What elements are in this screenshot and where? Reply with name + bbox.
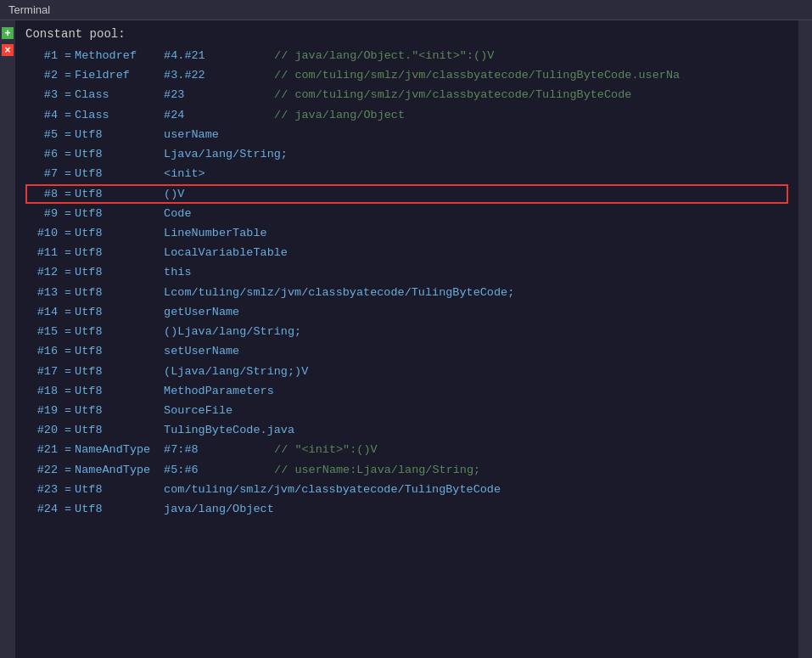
ref-value: #23 [164,85,274,104]
eq-sign: = [64,302,71,322]
line-number: #17 [25,362,61,381]
line-number: #21 [25,440,61,459]
eq-sign: = [64,480,71,499]
type-name: Utf8 [75,262,164,282]
eq-sign: = [64,420,71,440]
ref-value: com/tuling/smlz/jvm/classbyatecode/Tulin… [164,480,501,499]
line-comment: // java/lang/Object."<init>":()V [274,46,494,65]
line-comment: // java/lang/Object [274,105,405,125]
line-number: #18 [25,381,61,401]
line-comment: // com/tuling/smlz/jvm/classbyatecode/Tu… [274,65,680,85]
type-name: Utf8 [75,302,164,322]
line-number: #19 [25,401,61,420]
line-comment: // com/tuling/smlz/jvm/classbyatecode/Tu… [274,85,631,104]
ref-value: #4.#21 [164,46,274,65]
type-name: Utf8 [75,223,164,243]
ref-value: #5:#6 [164,460,274,480]
table-row: #2 = Fieldref#3.#22 // com/tuling/smlz/j… [25,65,788,85]
table-row: #3 = Class#23 // com/tuling/smlz/jvm/cla… [25,85,788,104]
eq-sign: = [64,283,71,302]
code-lines-container: #1 = Methodref#4.#21 // java/lang/Object… [25,46,788,519]
table-row: #10 = Utf8LineNumberTable [25,223,788,243]
eq-sign: = [64,499,71,519]
eq-sign: = [64,362,71,381]
ref-value: SourceFile [164,401,274,420]
line-number: #20 [25,420,61,440]
eq-sign: = [64,125,71,144]
type-name: NameAndType [75,440,164,459]
table-row: #6 = Utf8Ljava/lang/String; [25,144,788,164]
terminal-titlebar: Terminal [0,0,812,20]
ref-value: #7:#8 [164,440,274,459]
ref-value: (Ljava/lang/String;)V [164,362,308,381]
type-name: Utf8 [75,184,164,204]
type-name: Utf8 [75,362,164,381]
table-row: #15 = Utf8()Ljava/lang/String; [25,322,788,341]
type-name: NameAndType [75,460,164,480]
line-number: #8 [25,184,61,204]
line-number: #7 [25,164,61,183]
eq-sign: = [64,460,71,480]
line-number: #5 [25,125,61,144]
eq-sign: = [64,85,71,104]
eq-sign: = [64,243,71,262]
line-number: #13 [25,283,61,302]
eq-sign: = [64,440,71,459]
line-number: #3 [25,85,61,104]
section-header: Constant pool: [25,27,788,41]
ref-value: TulingByteCode.java [164,420,294,440]
table-row: #19 = Utf8SourceFile [25,401,788,420]
ref-value: #24 [164,105,274,125]
line-number: #9 [25,204,61,223]
content-area[interactable]: Constant pool: #1 = Methodref#4.#21 // j… [15,20,798,658]
line-number: #23 [25,480,61,499]
ref-value: MethodParameters [164,381,274,401]
table-row: #12 = Utf8this [25,262,788,282]
table-row: #1 = Methodref#4.#21 // java/lang/Object… [25,46,788,65]
line-number: #12 [25,262,61,282]
table-row: #16 = Utf8setUserName [25,341,788,361]
eq-sign: = [64,401,71,420]
eq-sign: = [64,144,71,164]
table-row: #23 = Utf8com/tuling/smlz/jvm/classbyate… [25,480,788,499]
eq-sign: = [64,381,71,401]
left-sidebar: + × [0,20,15,658]
type-name: Fieldref [75,65,164,85]
type-name: Utf8 [75,283,164,302]
add-button[interactable]: + [2,27,14,39]
eq-sign: = [64,262,71,282]
table-row: #22 = NameAndType#5:#6 // userName:Ljava… [25,460,788,480]
type-name: Utf8 [75,480,164,499]
close-button[interactable]: × [2,44,14,56]
type-name: Methodref [75,46,164,65]
eq-sign: = [64,184,71,204]
table-row: #14 = Utf8getUserName [25,302,788,322]
ref-value: Code [164,204,274,223]
table-row: #4 = Class#24 // java/lang/Object [25,105,788,125]
table-row: #21 = NameAndType#7:#8 // "<init>":()V [25,440,788,459]
table-row: #24 = Utf8java/lang/Object [25,499,788,519]
table-row: #8 = Utf8()V [25,184,788,204]
type-name: Utf8 [75,243,164,262]
ref-value: ()Ljava/lang/String; [164,322,301,341]
table-row: #17 = Utf8(Ljava/lang/String;)V [25,362,788,381]
type-name: Utf8 [75,420,164,440]
ref-value: userName [164,125,274,144]
table-row: #13 = Utf8Lcom/tuling/smlz/jvm/classbyat… [25,283,788,302]
ref-value: ()V [164,184,274,204]
eq-sign: = [64,322,71,341]
line-number: #2 [25,65,61,85]
type-name: Utf8 [75,322,164,341]
table-row: #7 = Utf8<init> [25,164,788,183]
terminal-container: Terminal + × Constant pool: #1 = Methodr… [0,0,812,658]
line-number: #10 [25,223,61,243]
ref-value: this [164,262,274,282]
ref-value: Lcom/tuling/smlz/jvm/classbyatecode/Tuli… [164,283,514,302]
line-number: #14 [25,302,61,322]
type-name: Utf8 [75,164,164,183]
line-number: #1 [25,46,61,65]
eq-sign: = [64,105,71,125]
ref-value: #3.#22 [164,65,274,85]
eq-sign: = [64,204,71,223]
ref-value: <init> [164,164,274,183]
